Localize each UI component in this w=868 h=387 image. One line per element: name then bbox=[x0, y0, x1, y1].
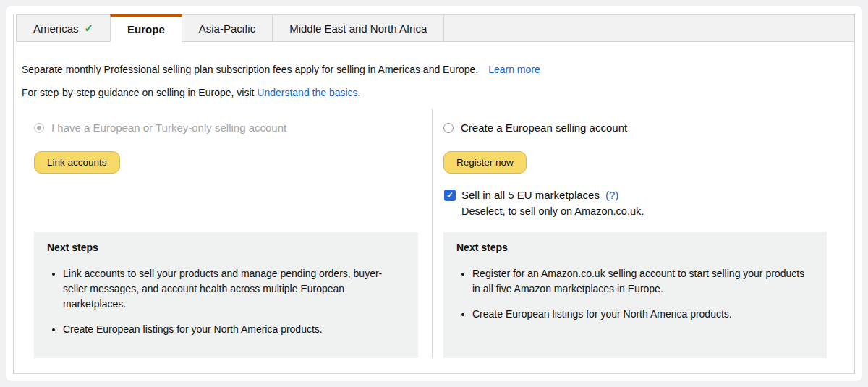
next-steps-title: Next steps bbox=[47, 242, 404, 253]
next-steps-list: Register for an Amazon.co.uk selling acc… bbox=[456, 266, 812, 322]
next-steps-item: Create European listings for your North … bbox=[63, 322, 399, 337]
tab-europe-label: Europe bbox=[127, 23, 165, 35]
next-steps-item: Register for an Amazon.co.uk selling acc… bbox=[472, 266, 808, 297]
next-steps-box-left: Next steps Link accounts to sell your pr… bbox=[34, 232, 418, 358]
tab-americas[interactable]: Americas ✓ bbox=[16, 14, 110, 42]
next-steps-box-right: Next steps Register for an Amazon.co.uk … bbox=[443, 232, 827, 358]
register-now-button[interactable]: Register now bbox=[443, 151, 527, 174]
link-accounts-button[interactable]: Link accounts bbox=[34, 151, 120, 174]
existing-account-radio-row: I have a European or Turkey-only selling… bbox=[34, 122, 286, 134]
tab-asia-pacific[interactable]: Asia-Pacific bbox=[182, 14, 272, 42]
next-steps-item: Create European listings for your North … bbox=[472, 307, 808, 322]
create-account-radio-label: Create a European selling account bbox=[461, 122, 627, 134]
next-steps-item: Link accounts to sell your products and … bbox=[63, 266, 399, 312]
create-account-radio[interactable] bbox=[443, 123, 454, 133]
guidance-sentence-prefix: For step-by-step guidance on selling in … bbox=[22, 87, 254, 98]
guidance-text: For step-by-step guidance on selling in … bbox=[22, 87, 361, 98]
existing-account-radio[interactable] bbox=[34, 123, 44, 133]
eu-marketplaces-checkbox-label: Sell in all 5 EU marketplaces bbox=[461, 189, 600, 201]
eu-marketplaces-checkbox[interactable]: ✓ bbox=[444, 190, 456, 201]
check-icon: ✓ bbox=[85, 22, 94, 35]
selling-accounts-panel: Americas ✓ Europe Asia-Pacific Middle Ea… bbox=[6, 6, 862, 381]
help-link[interactable]: (?) bbox=[605, 189, 618, 201]
guidance-sentence-suffix: . bbox=[358, 87, 361, 98]
tab-europe[interactable]: Europe bbox=[110, 14, 182, 42]
tab-americas-label: Americas bbox=[33, 22, 79, 35]
create-account-radio-row: Create a European selling account bbox=[443, 122, 627, 134]
tab-mena[interactable]: Middle East and North Africa bbox=[272, 14, 443, 42]
deselect-note: Deselect, to sell only on Amazon.co.uk. bbox=[461, 205, 644, 217]
understand-basics-link[interactable]: Understand the basics bbox=[257, 87, 357, 98]
tab-strip-filler bbox=[443, 14, 855, 42]
tab-asia-pacific-label: Asia-Pacific bbox=[199, 22, 255, 35]
region-tabs: Americas ✓ Europe Asia-Pacific Middle Ea… bbox=[16, 14, 855, 42]
subscription-fees-text: Separate monthly Professional selling pl… bbox=[22, 64, 540, 75]
tab-mena-label: Middle East and North Africa bbox=[289, 22, 427, 35]
next-steps-title: Next steps bbox=[456, 242, 812, 253]
existing-account-radio-label: I have a European or Turkey-only selling… bbox=[51, 122, 286, 134]
next-steps-list: Link accounts to sell your products and … bbox=[47, 266, 404, 337]
checkbox-check-icon: ✓ bbox=[446, 191, 454, 200]
eu-marketplaces-checkbox-row: ✓ Sell in all 5 EU marketplaces (?) bbox=[444, 189, 618, 201]
column-divider bbox=[432, 109, 433, 358]
subscription-fees-sentence: Separate monthly Professional selling pl… bbox=[22, 64, 478, 75]
learn-more-link[interactable]: Learn more bbox=[488, 64, 540, 75]
